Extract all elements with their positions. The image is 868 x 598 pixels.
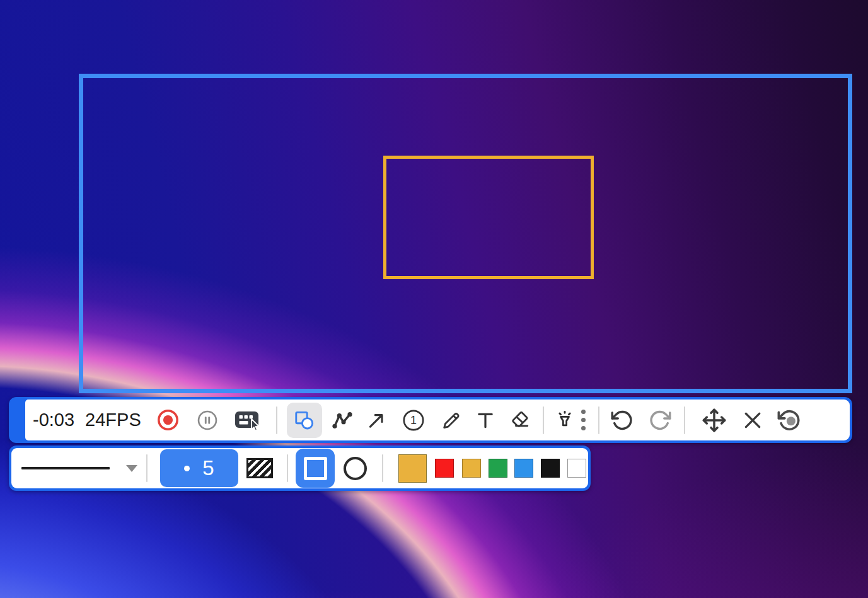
line-style-dropdown[interactable] [21,465,137,472]
pause-button[interactable] [197,410,218,431]
kebab-menu-icon [581,408,586,432]
undo-button[interactable] [611,409,634,432]
move-icon [702,408,727,433]
text-tool-button[interactable] [475,410,496,431]
arrow-icon [365,409,388,432]
timer-label: -0:03 [33,410,74,430]
separator [684,406,685,434]
separator [543,406,544,434]
fps-label: 24FPS [85,410,141,430]
line-width-button[interactable]: 5 [160,449,238,487]
recording-toolbar-panel: -0:03 24FPS [25,400,850,440]
arrow-tool-button[interactable] [365,409,388,432]
pencil-icon [439,408,463,432]
spotlight-icon [553,409,576,432]
separator [276,406,277,434]
separator [382,454,383,482]
recording-toolbar: -0:03 24FPS [9,397,852,443]
square-icon [304,457,327,480]
toolbar-cursor-icon [233,408,261,432]
more-options-button[interactable] [581,408,586,432]
redo-button[interactable] [649,409,671,432]
shape-tool-button[interactable] [287,403,322,438]
color-swatch-blue[interactable] [514,459,533,478]
color-swatch-green[interactable] [489,459,507,478]
fill-hatch-button[interactable] [246,458,273,478]
chevron-down-icon [126,465,137,472]
color-swatch-black[interactable] [541,459,560,478]
rectangle-annotation[interactable] [383,156,594,279]
square-shape-button[interactable] [296,449,335,488]
close-icon [742,410,763,431]
restart-recording-button[interactable] [777,408,801,432]
polyline-icon [330,408,355,433]
width-dot-icon [184,466,190,471]
color-swatch-red[interactable] [435,459,454,478]
close-button[interactable] [742,410,763,431]
record-icon [156,408,180,432]
step-number-tool-button[interactable]: 1 [402,408,425,432]
pause-icon [197,410,218,431]
spotlight-tool-button[interactable] [553,409,576,432]
solid-line-sample [21,467,110,469]
separator [598,406,599,434]
separator [287,454,288,482]
number-1-icon: 1 [402,408,425,432]
toolbar-cursor-button[interactable] [233,408,261,432]
shape-icon [293,409,316,432]
current-color-swatch[interactable] [398,454,427,483]
separator [146,454,148,482]
eraser-icon [509,408,533,432]
polyline-tool-button[interactable] [330,408,355,433]
color-swatch-amber[interactable] [462,459,481,478]
redo-icon [649,409,671,432]
line-width-value: 5 [202,456,214,480]
move-toolbar-button[interactable] [702,408,727,433]
svg-text:1: 1 [410,414,417,427]
eraser-tool-button[interactable] [509,408,533,432]
text-icon [475,410,496,431]
style-toolbar: 5 [9,446,591,491]
style-toolbar-panel: 5 [11,448,588,488]
undo-icon [611,409,634,432]
circle-shape-button[interactable] [344,457,367,480]
record-button[interactable] [156,408,180,432]
color-swatch-white[interactable] [567,459,586,478]
restart-icon [777,408,801,432]
pencil-tool-button[interactable] [439,408,463,432]
